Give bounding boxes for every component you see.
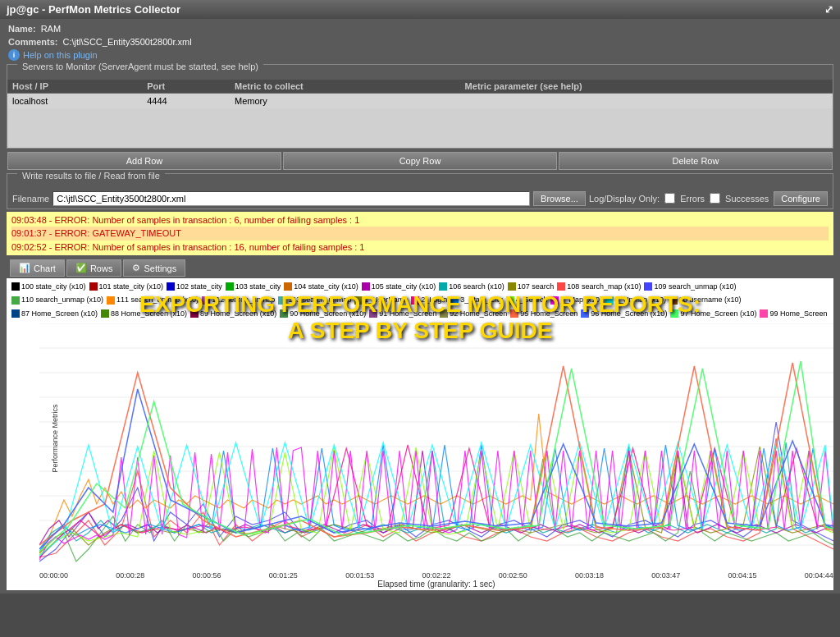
- legend-item: 90 Home_Screen (x10): [280, 308, 366, 319]
- legend-item: 102 state_city: [167, 281, 222, 292]
- chart-tab-chart[interactable]: 📊Chart: [10, 259, 65, 277]
- legend-label: 3_State_City: [460, 294, 503, 305]
- legend-label: 111 search_unmap (x10): [116, 294, 199, 305]
- tab-icon: ⚙: [132, 263, 140, 273]
- expand-icon[interactable]: ⤢: [824, 3, 833, 16]
- legend-label: 109 search_unmap (x10): [654, 281, 736, 292]
- legend-label: 6_Unmap (x10): [615, 294, 666, 305]
- title-bar: jp@gc - PerfMon Metrics Collector ⤢: [0, 0, 840, 19]
- error-line: 09:03:48 - ERROR: Number of samples in t…: [11, 213, 829, 227]
- legend-label: 5_Map (x10): [560, 294, 602, 305]
- legend-item: 105 state_city (x10): [362, 281, 436, 292]
- legend-item: 89 Home_Screen (x10): [190, 308, 276, 319]
- chart-tab-settings[interactable]: ⚙Settings: [123, 259, 185, 277]
- add-row-button[interactable]: Add Row: [7, 152, 281, 170]
- legend-color: [411, 296, 419, 305]
- legend-color: [369, 309, 377, 318]
- chart-wrapper: 200 180 160 140 120 100 80 60 40 20 0: [7, 322, 833, 590]
- legend-label: 91 Home_Screen: [379, 308, 436, 319]
- legend-color: [280, 309, 288, 318]
- x-axis-labels: 00:00:0000:00:2800:00:5600:01:2500:01:53…: [39, 570, 833, 580]
- col-port: Port: [142, 80, 230, 94]
- legend-area: 100 state_city (x10)101 state_city (x10)…: [7, 278, 833, 322]
- delete-row-button[interactable]: Delete Row: [559, 152, 833, 170]
- write-section-title: Write results to file / Read from file: [17, 170, 165, 181]
- legend-item: 112 search_unmap: [202, 294, 275, 305]
- successes-checkbox[interactable]: [710, 193, 720, 204]
- name-label: Name:: [8, 24, 36, 34]
- x-axis-tick: 00:03:18: [575, 571, 604, 580]
- legend-item: 95 Home_Screen: [510, 308, 578, 319]
- legend-color: [190, 309, 199, 318]
- legend-color: [557, 282, 565, 291]
- copy-row-button[interactable]: Copy Row: [283, 152, 557, 170]
- legend-item: 111 search_unmap (x10): [107, 294, 199, 305]
- x-axis-tick: 00:02:22: [422, 571, 450, 580]
- legend-item: 6_Unmap (x10): [605, 294, 666, 305]
- legend-item: 5_Map (x10): [550, 294, 602, 305]
- legend-label: 113 search_unmap: [288, 294, 351, 305]
- legend-label: 99 Home_Screen: [769, 308, 827, 319]
- chart-area: 200 180 160 140 120 100 80 60 40 20 0: [39, 323, 833, 570]
- servers-section: Servers to Monitor (ServerAgent must be …: [7, 64, 833, 149]
- window-title: jp@gc - PerfMon Metrics Collector: [7, 3, 180, 16]
- info-icon: i: [8, 49, 20, 61]
- legend-color: [581, 309, 589, 318]
- x-axis-tick: 00:00:28: [116, 571, 144, 580]
- tab-icon: ✅: [75, 263, 87, 273]
- name-field-row: Name: RAM: [3, 22, 837, 35]
- y-axis-container: Performance Metrics: [39, 323, 71, 553]
- legend-item: 109 search_unmap (x10): [644, 281, 736, 292]
- browse-button[interactable]: Browse...: [533, 191, 586, 206]
- legend-label: 106 search (x10): [449, 281, 504, 292]
- legend-color: [669, 296, 678, 305]
- chart-tabs: 📊Chart✅Rows⚙Settings: [7, 258, 833, 278]
- comments-field-row: Comments: C:\jtl\SCC_Entity3500t2800r.xm…: [3, 35, 837, 48]
- tab-label: Rows: [90, 264, 113, 273]
- legend-label: 110 search_unmap (x10): [21, 294, 103, 305]
- legend-item: 96 Home_Screen (x10): [581, 308, 667, 319]
- legend-label: 105 state_city (x10): [372, 281, 436, 292]
- legend-label: 104 state_city (x10): [294, 281, 358, 292]
- legend-item: 87 Home_Screen (x10): [11, 308, 98, 319]
- filename-label: Filename: [12, 194, 49, 204]
- table-row[interactable]: localhost 4444 Memory: [7, 94, 833, 108]
- legend-color: [439, 282, 447, 291]
- x-axis-tick: 00:01:53: [345, 571, 374, 580]
- legend-color: [11, 309, 20, 318]
- chart-tab-rows[interactable]: ✅Rows: [66, 259, 122, 277]
- legend-color: [354, 296, 363, 305]
- y-axis-label: Performance Metrics: [51, 405, 59, 473]
- configure-button[interactable]: Configure: [774, 191, 828, 206]
- legend-color: [510, 309, 518, 318]
- help-link[interactable]: i Help on this plugin: [3, 48, 837, 62]
- legend-color: [550, 296, 559, 305]
- legend-color: [202, 296, 210, 305]
- legend-label: 4_Search: [516, 294, 548, 305]
- legend-label: 108 search_map (x10): [567, 281, 641, 292]
- legend-color: [760, 309, 768, 318]
- successes-label: Successes: [725, 194, 769, 204]
- legend-label: 97 Home_Screen (x10): [680, 308, 756, 319]
- legend-label: 87 Home_Screen (x10): [21, 308, 98, 319]
- table-row-empty2: [7, 121, 833, 135]
- legend-item: 97 Home_Screen (x10): [670, 308, 756, 319]
- legend-item: 2_Login: [411, 294, 447, 305]
- main-panel: Name: RAM Comments: C:\jtl\SCC_Entity350…: [0, 19, 840, 593]
- errors-checkbox[interactable]: [664, 193, 675, 204]
- filename-input[interactable]: [52, 191, 530, 206]
- legend-label: 102 state_city: [176, 281, 222, 292]
- col-host: Host / IP: [7, 80, 142, 94]
- legend-label: 101 state_city (x10): [99, 281, 164, 292]
- legend-item: 110 search_unmap (x10): [11, 294, 103, 305]
- legend-color: [440, 309, 448, 318]
- legend-item: 100 state_city (x10): [11, 281, 86, 292]
- legend-label: 100 state_city (x10): [21, 281, 86, 292]
- legend-color: [506, 296, 514, 305]
- legend-label: 90 Home_Screen (x10): [290, 308, 366, 319]
- legend-item: 1_UserName: [354, 294, 408, 305]
- log-display-label: Log/Display Only:: [589, 194, 660, 204]
- cell-host: localhost: [7, 94, 142, 108]
- legend-color: [101, 309, 109, 318]
- legend-color: [508, 282, 516, 291]
